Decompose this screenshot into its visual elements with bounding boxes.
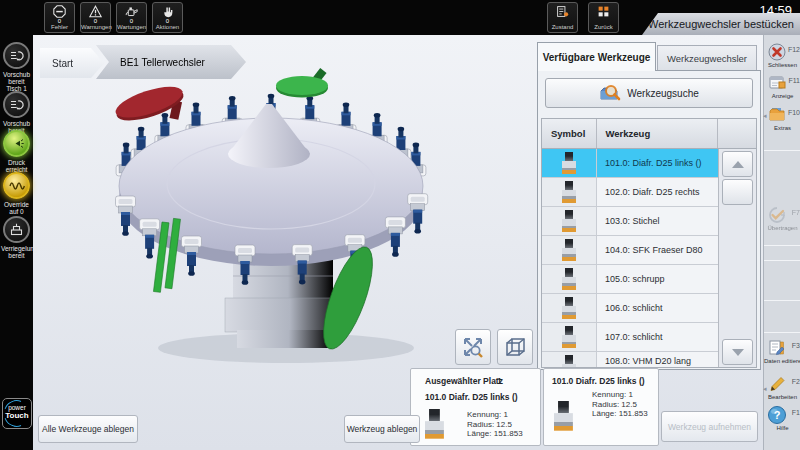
alle-werkzeuge-ablegen-button[interactable]: Alle Werkzeuge ablegen [38,415,138,443]
tool-bit-icon [562,326,576,348]
selected-place-title: Ausgewählter Platz [425,376,503,386]
fn-anzeige-button[interactable]: F11Anzeige [764,73,800,106]
tool-name-cell: 107.0: schlicht [597,323,720,351]
zurueck-grid-icon [596,5,611,18]
tool-name-cell: 101.0: Diafr. D25 links () [597,149,720,177]
laenge-value: Länge: 151.853 [592,409,648,419]
cube-view-button[interactable] [497,329,533,365]
column-werkzeug: Werkzeug [597,119,719,148]
zoom-fit-button[interactable] [455,329,491,365]
hand-icon [160,5,175,18]
werkzeug-aufnehmen-button[interactable]: Werkzeug aufnehmen [661,411,758,442]
table-row[interactable]: 104.0: SFK Fraeser D80 [542,236,720,265]
tool-symbol-cell [542,352,597,367]
tool-name-cell: 105.0: schrupp [597,265,720,293]
status-sidebar: Vorschub bereit Tisch 1 Vorschub bereit … [0,0,33,450]
table-row[interactable]: 106.0: schlicht [542,294,720,323]
werkzeugsuche-button[interactable]: Werkzeugsuche [545,78,753,108]
kennung-value: Kennung: 1 [592,390,648,400]
table-row[interactable]: 102.0: Diafr. D25 rechts [542,178,720,207]
aktionen-button[interactable]: 0 Aktionen [152,2,183,33]
tool-name-cell: 103.0: Stichel [597,207,720,235]
fn-schliessen-button[interactable]: F12Schliessen [764,42,800,75]
status-druck-erreicht[interactable]: Druck erreicht [0,130,33,173]
selected-place-panel: Ausgewählter Platz 1 101.0 Diafr. D25 li… [410,368,541,446]
tool-bit-icon [562,239,576,261]
tool-symbol-cell [542,149,597,177]
tool-table-rows: 101.0: Diafr. D25 links () 102.0: Diafr.… [542,149,720,367]
waveform-icon [3,172,30,199]
tool-table-header: Symbol Werkzeug [542,119,756,149]
tool-bit-icon [562,210,576,232]
scroll-up-button[interactable] [722,151,753,177]
warnungen-button[interactable]: 0 Warnungen [80,2,111,33]
tool-symbol-cell [542,294,597,322]
red-disc-tool [112,80,190,137]
tool-bit-icon [425,409,444,439]
scroll-thumb[interactable] [722,179,753,205]
warning-triangle-icon [88,5,103,18]
function-key-bar: ◂ ◂ F12Schliessen F11Anzeige F10Extras F… [763,35,800,450]
laenge-value: Länge: 151.853 [467,429,523,439]
spindle-tool-name: 101.0 Diafr. D25 links () [552,376,645,386]
table-row[interactable]: 105.0: schrupp [542,265,720,294]
down-arrow-icon [732,349,744,356]
tool-bit-icon [554,401,573,431]
fehler-button[interactable]: 0 Fehler [44,2,75,33]
radius-value: Radius: 12.5 [467,420,523,430]
tool-name-cell: 108.0: VHM D20 lang Einstellraum Axel [597,352,720,367]
spindle-tool-panel: 101.0 Diafr. D25 links () Kennung: 1 Rad… [543,368,659,446]
oil-can-icon [124,5,139,18]
cube-icon [503,335,527,359]
tool-bit-icon [562,152,576,174]
zustand-form-icon [555,5,570,18]
table-row[interactable]: 108.0: VHM D20 lang Einstellraum Axel [542,352,720,367]
tab-werkzeugwechsler[interactable]: Werkzeugwechsler [657,45,757,71]
status-verriegelung[interactable]: Verriegelung bereit [0,216,33,259]
fn-extras-button[interactable]: F10Extras [764,105,800,138]
zoom-fit-icon [461,335,485,359]
wartungen-button[interactable]: 0 Wartungen [116,2,147,33]
hmi-screen: 0 Fehler 0 Warnungen 0 Wartungen 0 Aktio… [0,0,800,450]
tool-table-scrollbar [718,149,756,367]
selected-place-tool: 101.0 Diafr. D25 links () [425,392,518,402]
fn-bearbeiten-button[interactable]: F2Bearbeiten [764,374,800,407]
zustand-button[interactable]: Zustand [547,2,578,33]
status-vorschub-tisch1[interactable]: Vorschub bereit Tisch 1 [0,42,33,92]
green-disc-tool [276,68,328,97]
tool-bit-icon [562,181,576,203]
table-row[interactable]: 103.0: Stichel [542,207,720,236]
tool-name-cell: 106.0: schlicht [597,294,720,322]
feed-rotation-icon [3,42,30,69]
tool-bit-icon [562,268,576,290]
tool-symbol-cell [542,207,597,235]
tool-symbol-cell [542,323,597,351]
fn-uebertragen-button[interactable]: F7Übertragen [764,205,800,238]
table-row[interactable]: 107.0: schlicht [542,323,720,352]
column-symbol: Symbol [542,119,597,148]
machine-3d-view[interactable] [36,46,530,370]
status-override[interactable]: Override auf 0 [0,172,33,215]
selected-place-number: 1 [497,376,502,386]
stop-sign-icon [52,5,67,18]
radius-value: Radius: 12.5 [592,400,648,410]
feed-rotation-icon [3,91,30,118]
scroll-down-button[interactable] [722,339,753,365]
tool-bit-icon [562,297,576,319]
kennung-value: Kennung: 1 [467,410,523,420]
werkzeug-ablegen-button[interactable]: Werkzeug ablegen [344,415,420,443]
top-bar: 0 Fehler 0 Warnungen 0 Wartungen 0 Aktio… [0,0,800,35]
zurueck-button[interactable]: Zurück [588,2,619,33]
up-arrow-icon [732,161,744,168]
page-title: Werkzeugwechsler bestücken [648,18,794,30]
tool-symbol-cell [542,178,597,206]
table-row[interactable]: 101.0: Diafr. D25 links () [542,149,720,178]
fn-daten-editieren-button[interactable]: F3Daten editieren [764,338,800,371]
tab-verfuegbare-werkzeuge[interactable]: Verfügbare Werkzeuge [537,42,656,71]
fn-hilfe-button[interactable]: ? F1Hilfe [764,405,800,438]
tool-search-icon [599,84,621,102]
clamp-icon [3,216,30,243]
tool-table: Symbol Werkzeug 101.0: Diafr. D25 links … [541,118,757,368]
tool-name-cell: 102.0: Diafr. D25 rechts [597,178,720,206]
tool-bit-icon [562,355,576,367]
